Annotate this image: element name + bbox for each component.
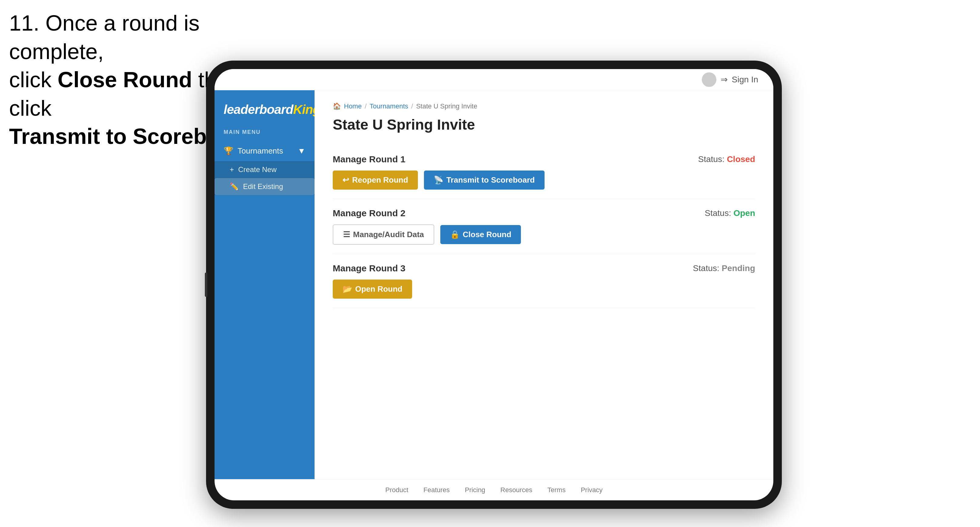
breadcrumb-sep-2: /	[411, 102, 413, 110]
manage-audit-button[interactable]: ☰ Manage/Audit Data	[333, 224, 434, 245]
plus-icon: +	[230, 165, 234, 174]
instruction-line1: 11. Once a round is complete,	[9, 11, 199, 63]
tablet-side-button	[205, 273, 207, 297]
round-3-title: Manage Round 3	[333, 263, 406, 273]
footer-pricing[interactable]: Pricing	[465, 486, 485, 494]
sign-in-label[interactable]: Sign In	[732, 75, 758, 84]
footer-privacy[interactable]: Privacy	[581, 486, 603, 494]
open-icon: 📂	[342, 284, 352, 294]
round-3-status-value: Pending	[722, 264, 755, 273]
tournaments-label: Tournaments	[237, 146, 283, 156]
round-1-section: Manage Round 1 Status: Closed ↩ Reopen R…	[333, 145, 755, 199]
edit-icon: ✏️	[230, 183, 239, 191]
round-1-title: Manage Round 1	[333, 154, 406, 165]
round-2-buttons: ☰ Manage/Audit Data 🔒 Close Round	[333, 224, 755, 245]
sign-in-arrow: ⇒	[721, 75, 727, 84]
instruction-line2-prefix: click	[9, 68, 57, 92]
manage-audit-label: Manage/Audit Data	[353, 230, 424, 239]
tablet-screen: ⇒ Sign In leaderboardKing MAIN MENU 🏆 To…	[215, 69, 773, 500]
transmit-icon: 📡	[434, 175, 443, 185]
sidebar-item-edit-existing[interactable]: ✏️ Edit Existing	[215, 178, 315, 195]
reopen-icon: ↩	[342, 175, 349, 185]
footer-resources[interactable]: Resources	[500, 486, 532, 494]
edit-existing-label: Edit Existing	[243, 183, 283, 191]
close-round-button[interactable]: 🔒 Close Round	[440, 225, 521, 244]
round-3-status: Status: Pending	[693, 264, 755, 273]
round-3-header: Manage Round 3 Status: Pending	[333, 263, 755, 273]
round-2-header: Manage Round 2 Status: Open	[333, 208, 755, 218]
breadcrumb-sep-1: /	[365, 102, 367, 110]
reopen-round-button[interactable]: ↩ Reopen Round	[333, 170, 418, 190]
round-3-section: Manage Round 3 Status: Pending 📂 Open Ro…	[333, 254, 755, 308]
round-2-status-value: Open	[733, 208, 755, 218]
main-layout: leaderboardKing MAIN MENU 🏆 Tournaments …	[215, 90, 773, 479]
audit-icon: ☰	[343, 230, 350, 239]
open-round-button[interactable]: 📂 Open Round	[333, 279, 412, 298]
round-1-status: Status: Closed	[698, 154, 755, 164]
sidebar: leaderboardKing MAIN MENU 🏆 Tournaments …	[215, 90, 315, 479]
sidebar-submenu: + Create New ✏️ Edit Existing	[215, 161, 315, 195]
chevron-down-icon: ▼	[298, 146, 305, 156]
breadcrumb-current: State U Spring Invite	[416, 102, 477, 110]
main-menu-label: MAIN MENU	[215, 126, 315, 138]
reopen-round-label: Reopen Round	[352, 175, 408, 185]
instruction-close-round: Close Round	[57, 68, 192, 92]
round-1-buttons: ↩ Reopen Round 📡 Transmit to Scoreboard	[333, 170, 755, 190]
footer-terms[interactable]: Terms	[547, 486, 566, 494]
logo-leaderboard: leaderboard	[224, 102, 293, 117]
top-bar: ⇒ Sign In	[215, 69, 773, 90]
logo-area: leaderboardKing	[215, 99, 315, 126]
close-icon: 🔒	[450, 230, 460, 239]
round-2-section: Manage Round 2 Status: Open ☰ Manage/Aud…	[333, 199, 755, 254]
round-1-header: Manage Round 1 Status: Closed	[333, 154, 755, 165]
tablet-frame: ⇒ Sign In leaderboardKing MAIN MENU 🏆 To…	[206, 60, 782, 509]
round-2-status: Status: Open	[705, 208, 756, 218]
create-new-label: Create New	[238, 165, 277, 174]
round-3-buttons: 📂 Open Round	[333, 279, 755, 298]
footer-product[interactable]: Product	[385, 486, 408, 494]
round-1-status-value: Closed	[727, 154, 755, 164]
sidebar-item-tournaments[interactable]: 🏆 Tournaments ▼	[215, 141, 315, 161]
logo: leaderboardKing	[224, 102, 305, 117]
trophy-icon: 🏆	[224, 146, 233, 156]
sidebar-item-create-new[interactable]: + Create New	[215, 161, 315, 178]
breadcrumb: 🏠 Home / Tournaments / State U Spring In…	[333, 102, 755, 110]
main-content: 🏠 Home / Tournaments / State U Spring In…	[315, 90, 773, 479]
open-round-label: Open Round	[355, 284, 402, 294]
footer: Product Features Pricing Resources Terms…	[215, 479, 773, 500]
avatar-icon	[702, 72, 716, 87]
breadcrumb-home[interactable]: Home	[344, 102, 362, 110]
breadcrumb-tournaments[interactable]: Tournaments	[370, 102, 408, 110]
round-2-title: Manage Round 2	[333, 208, 406, 218]
transmit-scoreboard-label: Transmit to Scoreboard	[446, 175, 535, 185]
footer-features[interactable]: Features	[423, 486, 450, 494]
close-round-label: Close Round	[463, 230, 511, 239]
transmit-scoreboard-button[interactable]: 📡 Transmit to Scoreboard	[424, 170, 544, 190]
page-title: State U Spring Invite	[333, 116, 755, 133]
sign-in-area[interactable]: ⇒ Sign In	[702, 72, 758, 87]
sidebar-tournaments-left: 🏆 Tournaments	[224, 146, 283, 156]
home-icon: 🏠	[333, 102, 341, 110]
